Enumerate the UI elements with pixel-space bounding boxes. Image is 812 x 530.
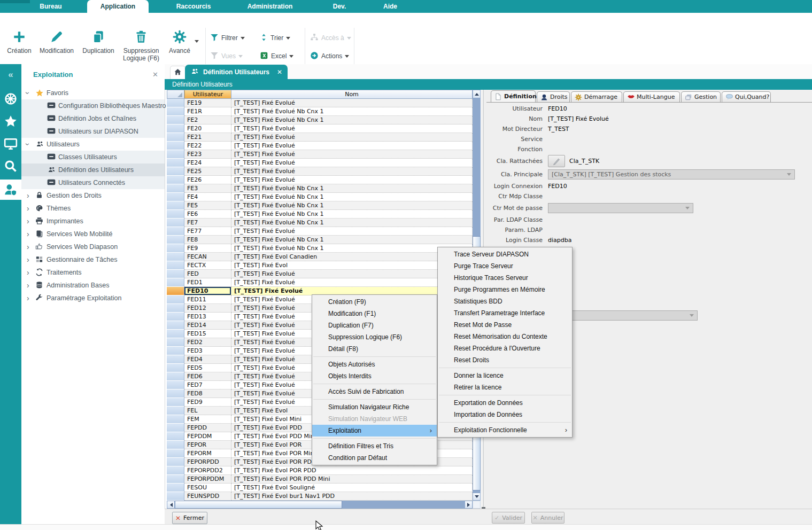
cell-utilisateur[interactable]: FED7 [184,381,231,389]
table-row-fe19[interactable]: FE19[T_TEST] Fixé Evolué [167,99,473,107]
tree-item-configuration-biblioth-ques-maestro[interactable]: Configuration Bibliothèques Maestro [21,99,165,112]
scroll-left-button[interactable] [167,501,175,509]
context-menu-item-exploitation[interactable]: Exploitation› [312,425,437,437]
menu-dev[interactable]: Dev. [331,0,348,13]
table-row-fe21[interactable]: FE21[T_TEST] Fixé Evolué [167,133,473,142]
submenu-item-exploitation-fonctionnelle[interactable]: Exploitation Fonctionnelle› [438,424,572,436]
table-row-fed1[interactable]: FED1[T_TEST] Fixé Evolué [167,278,473,287]
filtrer-button[interactable]: Filtrer [210,32,245,44]
tree-item-imprimantes[interactable]: ›Imprimantes [21,215,165,228]
tab-d-marrage[interactable]: Démarrage [571,91,622,102]
avance-caret-icon[interactable] [195,43,199,52]
column-header-utilisateur[interactable]: Utilisateur [184,90,231,99]
context-menu-item-simulation-navigateur-riche[interactable]: Simulation Navigateur Riche [312,401,437,413]
row-marker[interactable] [167,167,184,176]
cell-utilisateur[interactable]: FE22 [184,142,231,150]
tab-multi-langue[interactable]: Multi-Langue [623,91,680,102]
cell-utilisateur[interactable]: FEPORPDDM [184,475,231,484]
cell-nom[interactable]: [T_TEST] Fixé Evolué Nb Cnx 1 [231,193,473,201]
row-marker[interactable] [167,372,184,381]
table-row-fe4[interactable]: FE4[T_TEST] Fixé Evolué Nb Cnx 1 [167,193,473,201]
context-menu-item-suppression-logique-f6[interactable]: Suppression Logique (F6) [312,331,437,343]
cell-nom[interactable]: [T_TEST] Fixé Evolué [231,133,473,142]
context-menu-item-objets-interdits[interactable]: Objets Interdits [312,370,437,382]
tree-item-d-finition-jobs-et-cha-nes[interactable]: Définition Jobs et Chaînes [21,112,165,125]
cell-utilisateur[interactable]: FEUNSPDD [184,492,231,501]
row-marker[interactable] [167,124,184,133]
actions-button[interactable]: Actions [310,50,349,62]
row-marker[interactable] [167,261,184,270]
cla-principale-select[interactable]: [Cla_T_STK] [T_TEST] Gestion des stocks [548,169,795,180]
row-marker[interactable] [167,398,184,407]
cell-nom[interactable]: [T_TEST] Fixé Evol [231,261,473,270]
close-tab-icon[interactable]: ✕ [277,68,282,76]
cell-utilisateur[interactable]: FEM [184,415,231,424]
row-marker[interactable] [167,99,184,107]
tree-item-utilisateurs-connect-s[interactable]: Utilisateurs Connectés [21,176,165,189]
cell-nom[interactable]: [T_TEST] Fixé Evolué [231,142,473,150]
row-marker[interactable] [167,441,184,449]
submenu-item-historique-traces-serveur[interactable]: Historique Traces Serveur [438,272,572,284]
cell-utilisateur[interactable]: FE24 [184,159,231,167]
cell-utilisateur[interactable]: FE6 [184,210,231,219]
row-marker[interactable] [167,201,184,210]
table-row-feporpdd2[interactable]: FEPORPDD2[T_TEST] Fixé Evol POR PDD [167,466,473,475]
cell-nom[interactable]: [T_TEST] Fixé Evolué Nb Cnx 1 [231,219,473,227]
chevron-right-icon[interactable]: › [27,215,29,228]
tree-item-traitements[interactable]: ›Traitements [21,266,165,279]
row-marker[interactable] [167,484,184,492]
table-row-fe77[interactable]: FE77[T_TEST] Fixé Evolué [167,227,473,236]
duplication-button[interactable]: Duplication [80,30,117,54]
row-marker[interactable] [167,304,184,313]
row-marker[interactable] [167,244,184,253]
cell-utilisateur[interactable]: FEPDDM [184,432,231,441]
tree-item-utilisateurs-sur-diapason[interactable]: Utilisateurs sur DIAPASON [21,125,165,138]
excel-button[interactable]: Excel [260,50,293,62]
sidebar-close-icon[interactable]: ✕ [152,71,158,79]
cell-utilisateur[interactable]: FE21 [184,133,231,142]
modules-wheel-icon[interactable] [4,92,18,106]
row-marker[interactable] [167,424,184,432]
cell-nom[interactable]: [T_TEST] Fixé Evol POR PDD Mini [231,475,473,484]
submenu-item-importation-de-donn-es[interactable]: Importation de Données [438,409,572,420]
cell-utilisateur[interactable]: FE9 [184,244,231,253]
table-row-feporpddm[interactable]: FEPORPDDM[T_TEST] Fixé Evol POR PDD Mini [167,475,473,484]
row-marker[interactable] [167,449,184,458]
cell-utilisateur[interactable]: FE20 [184,124,231,133]
trier-button[interactable]: Trier [260,32,290,44]
cell-utilisateur[interactable]: FE26 [184,176,231,184]
table-row-fe23[interactable]: FE23[T_TEST] Fixé Evolué [167,150,473,159]
cell-nom[interactable]: [T_TEST] Fixé Evolué [231,227,473,236]
submenu-item-trace-serveur-diapason[interactable]: Trace Serveur DIAPASON [438,248,572,260]
chevron-right-icon[interactable]: › [27,240,29,253]
row-marker[interactable] [167,381,184,389]
cell-utilisateur[interactable]: FEPDD [184,424,231,432]
tree-item-favoris[interactable]: ›Favoris [21,87,165,99]
cell-utilisateur[interactable]: FE77 [184,227,231,236]
ctr-mot-de-passe-select[interactable] [548,203,693,213]
favorites-star-icon[interactable] [4,114,18,128]
context-menu-item-cr-ation-f9[interactable]: Création (F9) [312,296,437,308]
cell-utilisateur[interactable]: FED10 [184,287,231,295]
row-marker[interactable] [167,193,184,201]
cell-nom[interactable]: [T_TEST] Fixé Evolué Nb Cnx 1 [231,210,473,219]
tab-qui-quand[interactable]: Qui,Quand? [722,91,771,102]
cell-utilisateur[interactable]: FE4 [184,193,231,201]
row-marker[interactable] [167,355,184,364]
cell-utilisateur[interactable]: FED12 [184,304,231,313]
table-row-fe9[interactable]: FE9[T_TEST] Fixé Evolué Nb Cnx 1 [167,244,473,253]
cell-utilisateur[interactable]: FE1R [184,107,231,116]
cell-nom[interactable]: [T_TEST] Fixé Evol Souligné [231,484,473,492]
cell-utilisateur[interactable]: FEPORPDD2 [184,466,231,475]
row-marker[interactable] [167,219,184,227]
scroll-right-button[interactable] [465,501,473,509]
document-tab[interactable]: Définition Utilisateurs ✕ [185,65,288,79]
row-marker[interactable] [167,338,184,347]
submenu-item-reset-mot-de-passe[interactable]: Reset Mot de Passe [438,319,572,331]
menu-aide[interactable]: Aide [381,0,399,13]
row-marker[interactable] [167,116,184,124]
row-marker[interactable] [167,432,184,441]
table-row-fesou[interactable]: FESOU[T_TEST] Fixé Evol Souligné [167,484,473,492]
table-row-fed[interactable]: FED[T_TEST] Fixé Evolué [167,270,473,278]
context-menu-item-objets-autoris-s[interactable]: Objets Autorisés [312,358,437,370]
